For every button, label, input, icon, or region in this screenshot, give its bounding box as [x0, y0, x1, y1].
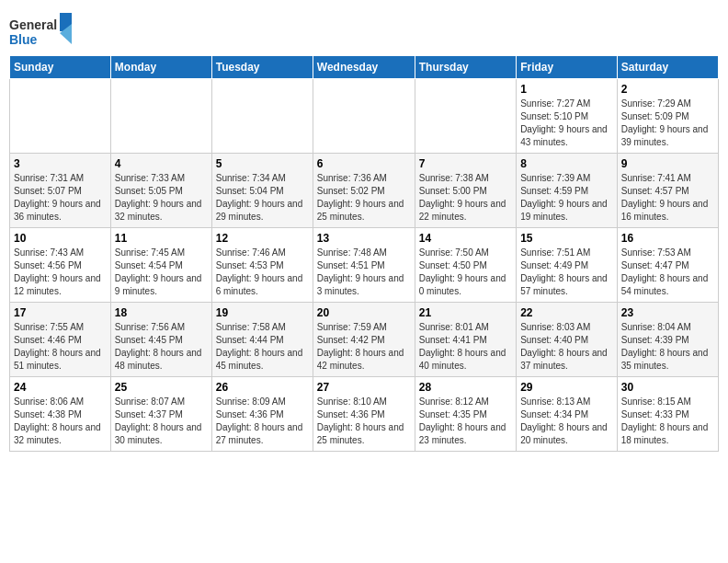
calendar-cell	[110, 79, 211, 154]
calendar-week-4: 17Sunrise: 7:55 AM Sunset: 4:46 PM Dayli…	[10, 303, 719, 377]
calendar-cell: 7Sunrise: 7:38 AM Sunset: 5:00 PM Daylig…	[415, 154, 516, 228]
calendar-cell: 29Sunrise: 8:13 AM Sunset: 4:34 PM Dayli…	[517, 377, 618, 452]
day-number: 28	[419, 381, 512, 394]
calendar-cell	[10, 79, 111, 154]
day-number: 11	[115, 232, 208, 245]
day-info: Sunrise: 8:13 AM Sunset: 4:34 PM Dayligh…	[520, 396, 613, 447]
day-info: Sunrise: 8:10 AM Sunset: 4:36 PM Dayligh…	[317, 396, 411, 447]
calendar-cell: 26Sunrise: 8:09 AM Sunset: 4:36 PM Dayli…	[211, 377, 313, 452]
day-info: Sunrise: 7:29 AM Sunset: 5:09 PM Dayligh…	[621, 98, 714, 149]
day-number: 5	[216, 157, 309, 170]
day-info: Sunrise: 7:50 AM Sunset: 4:50 PM Dayligh…	[419, 247, 512, 298]
calendar-cell: 19Sunrise: 7:58 AM Sunset: 4:44 PM Dayli…	[211, 303, 313, 377]
day-number: 14	[419, 232, 512, 245]
day-info: Sunrise: 7:43 AM Sunset: 4:56 PM Dayligh…	[14, 247, 107, 298]
calendar-cell: 13Sunrise: 7:48 AM Sunset: 4:51 PM Dayli…	[313, 228, 415, 303]
day-info: Sunrise: 7:27 AM Sunset: 5:10 PM Dayligh…	[520, 98, 613, 149]
day-info: Sunrise: 7:34 AM Sunset: 5:04 PM Dayligh…	[216, 172, 309, 224]
calendar-cell: 17Sunrise: 7:55 AM Sunset: 4:46 PM Dayli…	[10, 303, 111, 377]
calendar-cell: 22Sunrise: 8:03 AM Sunset: 4:40 PM Dayli…	[517, 303, 618, 377]
day-number: 1	[520, 83, 613, 96]
day-number: 17	[14, 306, 107, 319]
weekday-header-tuesday: Tuesday	[211, 56, 313, 79]
day-number: 22	[520, 306, 613, 319]
day-info: Sunrise: 7:31 AM Sunset: 5:07 PM Dayligh…	[14, 172, 107, 224]
day-info: Sunrise: 7:46 AM Sunset: 4:53 PM Dayligh…	[216, 247, 309, 298]
calendar-body: 1Sunrise: 7:27 AM Sunset: 5:10 PM Daylig…	[10, 79, 719, 452]
calendar-cell: 8Sunrise: 7:39 AM Sunset: 4:59 PM Daylig…	[517, 154, 618, 228]
day-info: Sunrise: 7:38 AM Sunset: 5:00 PM Dayligh…	[419, 172, 512, 224]
weekday-header-sunday: Sunday	[10, 56, 111, 79]
calendar-cell: 27Sunrise: 8:10 AM Sunset: 4:36 PM Dayli…	[313, 377, 415, 452]
calendar-table: SundayMondayTuesdayWednesdayThursdayFrid…	[9, 55, 719, 452]
day-info: Sunrise: 8:03 AM Sunset: 4:40 PM Dayligh…	[520, 321, 613, 373]
day-number: 16	[621, 232, 714, 245]
day-number: 4	[115, 157, 208, 170]
page-header: GeneralBlue	[9, 9, 719, 50]
calendar-week-5: 24Sunrise: 8:06 AM Sunset: 4:38 PM Dayli…	[10, 377, 719, 452]
calendar-cell: 10Sunrise: 7:43 AM Sunset: 4:56 PM Dayli…	[10, 228, 111, 303]
calendar-week-1: 1Sunrise: 7:27 AM Sunset: 5:10 PM Daylig…	[10, 79, 719, 154]
day-info: Sunrise: 7:51 AM Sunset: 4:49 PM Dayligh…	[520, 247, 613, 298]
calendar-cell: 16Sunrise: 7:53 AM Sunset: 4:47 PM Dayli…	[617, 228, 718, 303]
calendar-cell: 24Sunrise: 8:06 AM Sunset: 4:38 PM Dayli…	[10, 377, 111, 452]
calendar-cell: 3Sunrise: 7:31 AM Sunset: 5:07 PM Daylig…	[10, 154, 111, 228]
weekday-header-saturday: Saturday	[617, 56, 718, 79]
svg-text:General: General	[9, 17, 57, 32]
day-number: 26	[216, 381, 309, 394]
day-number: 9	[621, 157, 714, 170]
day-number: 13	[317, 232, 411, 245]
day-number: 6	[317, 157, 411, 170]
weekday-header-monday: Monday	[110, 56, 211, 79]
calendar-cell	[211, 79, 313, 154]
logo-icon: GeneralBlue	[9, 13, 74, 50]
day-number: 15	[520, 232, 613, 245]
calendar-cell	[313, 79, 415, 154]
day-number: 21	[419, 306, 512, 319]
calendar-cell: 15Sunrise: 7:51 AM Sunset: 4:49 PM Dayli…	[517, 228, 618, 303]
calendar-cell: 1Sunrise: 7:27 AM Sunset: 5:10 PM Daylig…	[517, 79, 618, 154]
calendar-cell: 21Sunrise: 8:01 AM Sunset: 4:41 PM Dayli…	[415, 303, 516, 377]
calendar-header: SundayMondayTuesdayWednesdayThursdayFrid…	[10, 56, 719, 79]
day-info: Sunrise: 8:04 AM Sunset: 4:39 PM Dayligh…	[621, 321, 714, 373]
svg-text:Blue: Blue	[9, 32, 38, 47]
calendar-week-3: 10Sunrise: 7:43 AM Sunset: 4:56 PM Dayli…	[10, 228, 719, 303]
weekday-header-row: SundayMondayTuesdayWednesdayThursdayFrid…	[10, 56, 719, 79]
calendar-cell: 30Sunrise: 8:15 AM Sunset: 4:33 PM Dayli…	[617, 377, 718, 452]
day-number: 23	[621, 306, 714, 319]
day-number: 18	[115, 306, 208, 319]
calendar-week-2: 3Sunrise: 7:31 AM Sunset: 5:07 PM Daylig…	[10, 154, 719, 228]
calendar-cell: 20Sunrise: 7:59 AM Sunset: 4:42 PM Dayli…	[313, 303, 415, 377]
day-info: Sunrise: 8:12 AM Sunset: 4:35 PM Dayligh…	[419, 396, 512, 447]
logo: GeneralBlue	[9, 13, 74, 50]
day-number: 30	[621, 381, 714, 394]
day-number: 12	[216, 232, 309, 245]
day-info: Sunrise: 7:53 AM Sunset: 4:47 PM Dayligh…	[621, 247, 714, 298]
day-number: 7	[419, 157, 512, 170]
day-number: 24	[14, 381, 107, 394]
day-info: Sunrise: 7:39 AM Sunset: 4:59 PM Dayligh…	[520, 172, 613, 224]
day-info: Sunrise: 8:15 AM Sunset: 4:33 PM Dayligh…	[621, 396, 714, 447]
day-info: Sunrise: 7:48 AM Sunset: 4:51 PM Dayligh…	[317, 247, 411, 298]
day-number: 27	[317, 381, 411, 394]
day-number: 29	[520, 381, 613, 394]
day-info: Sunrise: 8:07 AM Sunset: 4:37 PM Dayligh…	[115, 396, 208, 447]
day-info: Sunrise: 7:55 AM Sunset: 4:46 PM Dayligh…	[14, 321, 107, 373]
calendar-cell: 4Sunrise: 7:33 AM Sunset: 5:05 PM Daylig…	[110, 154, 211, 228]
calendar-cell: 5Sunrise: 7:34 AM Sunset: 5:04 PM Daylig…	[211, 154, 313, 228]
calendar-cell: 23Sunrise: 8:04 AM Sunset: 4:39 PM Dayli…	[617, 303, 718, 377]
weekday-header-friday: Friday	[517, 56, 618, 79]
day-info: Sunrise: 8:06 AM Sunset: 4:38 PM Dayligh…	[14, 396, 107, 447]
weekday-header-thursday: Thursday	[415, 56, 516, 79]
calendar-cell: 28Sunrise: 8:12 AM Sunset: 4:35 PM Dayli…	[415, 377, 516, 452]
day-number: 20	[317, 306, 411, 319]
calendar-cell: 12Sunrise: 7:46 AM Sunset: 4:53 PM Dayli…	[211, 228, 313, 303]
day-info: Sunrise: 8:09 AM Sunset: 4:36 PM Dayligh…	[216, 396, 309, 447]
calendar-cell: 11Sunrise: 7:45 AM Sunset: 4:54 PM Dayli…	[110, 228, 211, 303]
day-number: 10	[14, 232, 107, 245]
calendar-cell: 18Sunrise: 7:56 AM Sunset: 4:45 PM Dayli…	[110, 303, 211, 377]
day-info: Sunrise: 7:58 AM Sunset: 4:44 PM Dayligh…	[216, 321, 309, 373]
calendar-cell: 2Sunrise: 7:29 AM Sunset: 5:09 PM Daylig…	[617, 79, 718, 154]
calendar-cell: 6Sunrise: 7:36 AM Sunset: 5:02 PM Daylig…	[313, 154, 415, 228]
day-info: Sunrise: 7:36 AM Sunset: 5:02 PM Dayligh…	[317, 172, 411, 224]
